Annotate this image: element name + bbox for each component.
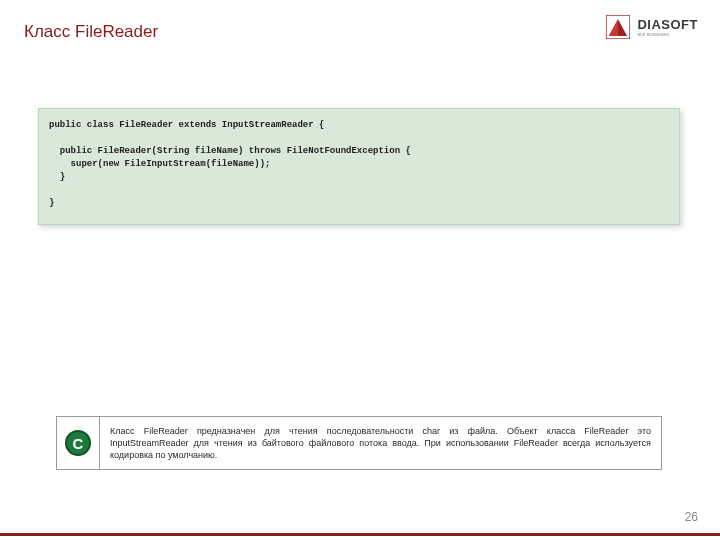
note-box: C Класс FileReader предназначен для чтен… [56, 416, 662, 470]
page-number: 26 [685, 510, 698, 524]
footer-accent-line [0, 533, 720, 536]
note-text: Класс FileReader предназначен для чтения… [99, 417, 661, 469]
class-icon: C [65, 430, 91, 456]
diasoft-logo-icon [605, 14, 631, 40]
logo-text: DIASOFT [637, 18, 698, 31]
code-block: public class FileReader extends InputStr… [38, 108, 680, 225]
page-title: Класс FileReader [24, 22, 158, 42]
brand-logo: DIASOFT всё возможно [605, 14, 698, 40]
logo-tagline: всё возможно [637, 32, 698, 37]
note-icon-cell: C [57, 417, 99, 469]
